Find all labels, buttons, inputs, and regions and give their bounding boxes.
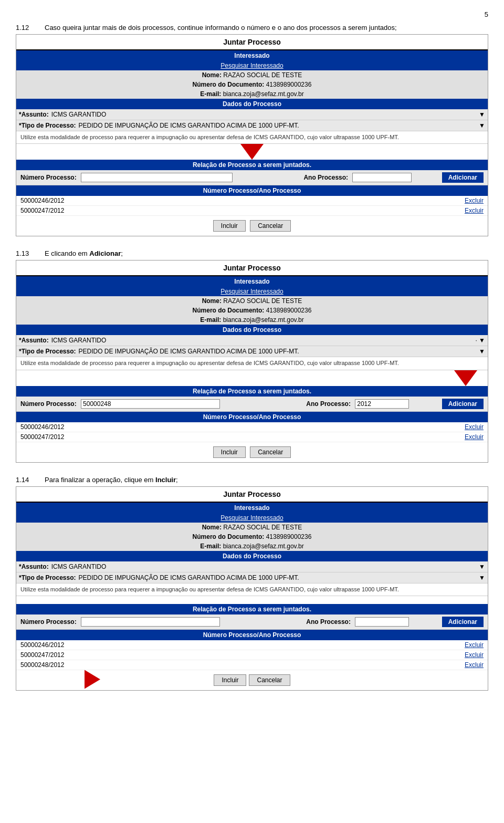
email-label-2: E-mail: [200, 316, 221, 324]
adicionar-btn-container-2: Adicionar [442, 399, 484, 409]
tipo-dropdown-1[interactable]: ▼ [479, 122, 485, 129]
process-data-row-1-1: 50000247/2012 Excluir [16, 206, 488, 216]
tipo-label-1: *Tipo de Processo: [19, 122, 76, 129]
email-value-2: bianca.zoja@sefaz.mt.gov.br [223, 316, 304, 324]
hint-text-1: Utilize esta modalidade de processo para… [16, 131, 488, 144]
tipo-dropdown-3[interactable]: ▼ [479, 574, 485, 581]
tipo-dropdown-2[interactable]: ▼ [479, 348, 485, 355]
info-nome-row-3: Nome: RAZAO SOCIAL DE TESTE [16, 523, 488, 532]
nome-value-2: RAZAO SOCIAL DE TESTE [223, 297, 302, 305]
incluir-button-2[interactable]: Incluir [213, 446, 246, 458]
incluir-button-3[interactable]: Incluir [214, 674, 246, 686]
ano-processo-col-label-3: Ano Processo: [274, 617, 442, 627]
num-ano-header-3: Número Processo/Ano Processo [16, 630, 488, 640]
info-nome-row-1: Nome: RAZAO SOCIAL DE TESTE [16, 70, 488, 80]
excluir-1-0[interactable]: Excluir [452, 197, 484, 204]
process-num-2-1: 50000247/2012 [20, 433, 452, 441]
excluir-2-0[interactable]: Excluir [452, 423, 484, 431]
process-data-row-3-2: 50000248/2012 Excluir [16, 660, 488, 670]
assunto-label-3: *Assunto: [19, 563, 49, 570]
relacao-header-1: Relação de Processo a serem juntados. [16, 160, 488, 170]
info-doc-row-2: Número do Documento: 4138989000236 [16, 306, 488, 315]
assunto-row-2: *Assunto: ICMS GARANTIDO · ▼ [16, 335, 488, 346]
assunto-dropdown-2[interactable]: · ▼ [475, 337, 485, 344]
pesquisar-row-1[interactable]: Pesquisar Interessado [16, 61, 488, 70]
num-ano-header-2: Número Processo/Ano Processo [16, 412, 488, 422]
form-3-title: Juntar Processo [16, 487, 488, 503]
numero-processo-input-1[interactable] [81, 173, 233, 182]
pesquisar-row-3[interactable]: Pesquisar Interessado [16, 513, 488, 523]
ano-processo-col-label-2: Ano Processo: [274, 399, 442, 409]
info-email-row-1: E-mail: bianca.zoja@sefaz.mt.gov.br [16, 89, 488, 99]
pesquisar-row-2[interactable]: Pesquisar Interessado [16, 287, 488, 296]
cancelar-button-3[interactable]: Cancelar [249, 674, 290, 686]
numero-processo-input-2[interactable] [81, 399, 220, 409]
dados-header-2: Dados do Processo [16, 325, 488, 335]
cancelar-button-1[interactable]: Cancelar [250, 220, 291, 232]
pesquisar-link-2[interactable]: Pesquisar Interessado [220, 288, 283, 295]
process-input-row-1: Número Processo: Ano Processo: Adicionar [16, 170, 488, 185]
ano-processo-input-1[interactable] [352, 173, 411, 182]
ano-processo-col-label-1: Ano Processo: [274, 173, 442, 182]
ano-processo-input-3[interactable] [355, 617, 409, 627]
assunto-label-2: *Assunto: [19, 337, 49, 344]
email-value-3: bianca.zoja@sefaz.mt.gov.br [223, 543, 304, 550]
email-label-3: E-mail: [200, 543, 221, 550]
excluir-3-0[interactable]: Excluir [452, 641, 484, 649]
hint-text-3: Utilize esta modalidade de processo para… [16, 584, 488, 596]
assunto-row-1: *Assunto: ICMS GARANTIDO ▼ [16, 109, 488, 120]
hint-text-2: Utilize esta modalidade de processo para… [16, 357, 488, 370]
process-data-row-3-0: 50000246/2012 Excluir [16, 640, 488, 650]
section-113-number: 1.13 [16, 249, 45, 257]
doc-label-1: Número do Documento: [193, 81, 265, 88]
process-num-1-0: 50000246/2012 [20, 197, 452, 204]
cancelar-button-2[interactable]: Cancelar [250, 446, 291, 458]
arrow-down-2 [454, 370, 477, 388]
section-112-number: 1.12 [16, 24, 45, 32]
tipo-value-3: PEDIDO DE IMPUGNAÇÃO DE ICMS GARANTIDO A… [78, 574, 479, 581]
incluir-button-1[interactable]: Incluir [213, 220, 246, 232]
process-num-1-1: 50000247/2012 [20, 207, 452, 214]
excluir-2-1[interactable]: Excluir [452, 433, 484, 441]
numero-processo-input-3[interactable] [81, 617, 220, 627]
adicionar-button-3[interactable]: Adicionar [442, 617, 484, 627]
assunto-value-2: ICMS GARANTIDO [51, 337, 476, 344]
tipo-value-2: PEDIDO DE IMPUGNAÇÃO DE ICMS GARANTIDO A… [78, 348, 479, 355]
assunto-dropdown-3[interactable]: ▼ [479, 563, 485, 570]
adicionar-btn-container-1: Adicionar [442, 172, 484, 183]
info-doc-row-1: Número do Documento: 4138989000236 [16, 80, 488, 89]
form-1: Juntar Processo Interessado Pesquisar In… [16, 34, 488, 236]
interessado-header-1: Interessado [16, 50, 488, 61]
pesquisar-link-3[interactable]: Pesquisar Interessado [220, 514, 283, 522]
spacer-3 [16, 596, 488, 604]
tipo-row-3: *Tipo de Processo: PEDIDO DE IMPUGNAÇÃO … [16, 572, 488, 584]
arrow-down-1 [240, 144, 264, 161]
info-nome-row-2: Nome: RAZAO SOCIAL DE TESTE [16, 296, 488, 306]
form-2-title: Juntar Processo [16, 261, 488, 276]
adicionar-button-1[interactable]: Adicionar [442, 172, 484, 183]
assunto-dropdown-1[interactable]: ▼ [479, 111, 485, 118]
doc-value-1: 4138989000236 [266, 81, 312, 88]
num-processo-col-label-1: Número Processo: [20, 173, 274, 182]
assunto-label-1: *Assunto: [19, 111, 49, 118]
doc-label-3: Número do Documento: [193, 533, 265, 540]
doc-value-2: 4138989000236 [266, 307, 312, 314]
excluir-3-1[interactable]: Excluir [452, 651, 484, 659]
tipo-label-3: *Tipo de Processo: [19, 574, 76, 581]
section-114-number: 1.14 [16, 476, 45, 484]
excluir-1-1[interactable]: Excluir [452, 207, 484, 214]
info-email-row-2: E-mail: bianca.zoja@sefaz.mt.gov.br [16, 315, 488, 325]
process-data-row-2-1: 50000247/2012 Excluir [16, 432, 488, 442]
info-doc-row-3: Número do Documento: 4138989000236 [16, 532, 488, 541]
assunto-value-3: ICMS GARANTIDO [51, 563, 479, 570]
excluir-3-2[interactable]: Excluir [452, 661, 484, 669]
ano-processo-input-2[interactable] [355, 399, 409, 409]
button-row-2: Incluir Cancelar [16, 442, 488, 462]
tipo-row-1: *Tipo de Processo: PEDIDO DE IMPUGNAÇÃO … [16, 120, 488, 131]
adicionar-button-2[interactable]: Adicionar [442, 399, 484, 409]
pesquisar-link-1[interactable]: Pesquisar Interessado [220, 62, 283, 69]
process-data-row-3-1: 50000247/2012 Excluir [16, 650, 488, 660]
interessado-header-3: Interessado [16, 503, 488, 513]
nome-label-1: Nome: [202, 71, 222, 79]
process-num-3-1: 50000247/2012 [20, 651, 452, 659]
